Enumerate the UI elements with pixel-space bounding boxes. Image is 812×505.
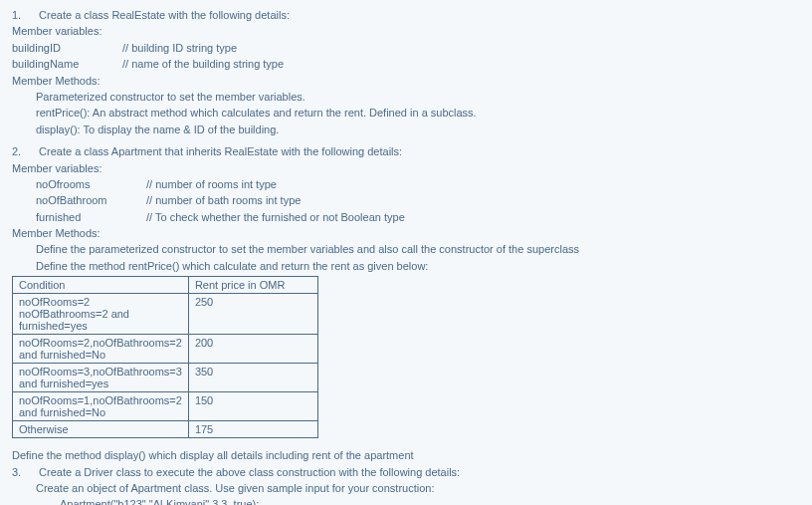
table-cell-price: 175 <box>188 421 317 438</box>
table-row: noOfRooms=1,noOfBathrooms=2 and furnishe… <box>13 392 318 421</box>
var-comment: // number of rooms int type <box>138 178 277 190</box>
table-cell-condition: noOfRooms=3,noOfBathrooms=3 and furnishe… <box>13 364 189 392</box>
q2-after-table: Define the method display() which displa… <box>12 448 800 463</box>
q3-line-2: Apartment("b123","Al-Kimyani",3,3, true)… <box>12 497 800 505</box>
var-name: noOfrooms <box>36 177 135 192</box>
q1-member-vars-header: Member variables: <box>12 24 800 39</box>
q1-title: Create a class RealEstate with the follo… <box>39 9 290 21</box>
table-header-condition: Condition <box>13 277 189 294</box>
q2-method-line-1: Define the method rentPrice() which calc… <box>12 259 800 274</box>
table-cell-condition: Otherwise <box>13 421 189 438</box>
q1-var-0: buildingID // building ID string type <box>12 41 800 56</box>
q2-member-vars-header: Member variables: <box>12 161 800 176</box>
q3-line-1: Create an object of Apartment class. Use… <box>12 481 800 496</box>
var-name: buildingID <box>12 41 111 56</box>
table-cell-price: 150 <box>188 392 317 421</box>
q1-method-1: rentPrice(): An abstract method which ca… <box>12 106 800 121</box>
var-name: noOfBathroom <box>36 193 135 208</box>
table-row: noOfRooms=2,noOfBathrooms=2 and furnishe… <box>13 335 318 364</box>
table-row: noOfRooms=3,noOfBathrooms=3 and furnishe… <box>13 364 318 392</box>
var-comment: // number of bath rooms int type <box>138 194 301 206</box>
q1-var-1: buildingName // name of the building str… <box>12 57 800 72</box>
q1-num: 1. <box>12 8 36 23</box>
q3-num: 3. <box>12 465 36 480</box>
var-name: buildingName <box>12 57 111 72</box>
var-comment: // building ID string type <box>114 42 237 54</box>
var-name: furnished <box>36 210 135 225</box>
q2-title: Create a class Apartment that inherits R… <box>39 145 402 157</box>
table-row: Otherwise 175 <box>13 421 318 438</box>
q2-member-methods-header: Member Methods: <box>12 226 800 241</box>
var-comment: // name of the building string type <box>114 58 284 70</box>
q1-method-0: Parameterized constructor to set the mem… <box>12 90 800 105</box>
table-cell-price: 350 <box>188 364 317 392</box>
table-cell-price: 200 <box>188 335 317 364</box>
q2-num: 2. <box>12 144 36 159</box>
q2-var-2: furnished // To check whether the furnis… <box>12 210 800 225</box>
q2-var-0: noOfrooms // number of rooms int type <box>12 177 800 192</box>
table-cell-price: 250 <box>188 294 317 335</box>
rent-price-table: Condition Rent price in OMR noOfRooms=2 … <box>12 276 318 438</box>
table-cell-condition: noOfRooms=2,noOfBathrooms=2 and furnishe… <box>13 335 189 364</box>
table-header-price: Rent price in OMR <box>188 277 317 294</box>
table-row: noOfRooms=2 noOfBathrooms=2 and furnishe… <box>13 294 318 335</box>
q1-header: 1. Create a class RealEstate with the fo… <box>12 8 800 23</box>
table-cell-condition: noOfRooms=2 noOfBathrooms=2 and furnishe… <box>13 294 189 335</box>
var-comment: // To check whether the furnished or not… <box>138 211 405 223</box>
table-cell-condition: noOfRooms=1,noOfBathrooms=2 and furnishe… <box>13 392 189 421</box>
q3-line-0: Create a Driver class to execute the abo… <box>39 466 460 478</box>
q1-member-methods-header: Member Methods: <box>12 74 800 89</box>
q2-method-line-0: Define the parameterized constructor to … <box>12 242 800 257</box>
q1-method-2: display(): To display the name & ID of t… <box>12 123 800 137</box>
q2-var-1: noOfBathroom // number of bath rooms int… <box>12 193 800 208</box>
q2-header: 2. Create a class Apartment that inherit… <box>12 144 800 159</box>
q3-header: 3. Create a Driver class to execute the … <box>12 465 800 480</box>
table-header-row: Condition Rent price in OMR <box>13 277 318 294</box>
